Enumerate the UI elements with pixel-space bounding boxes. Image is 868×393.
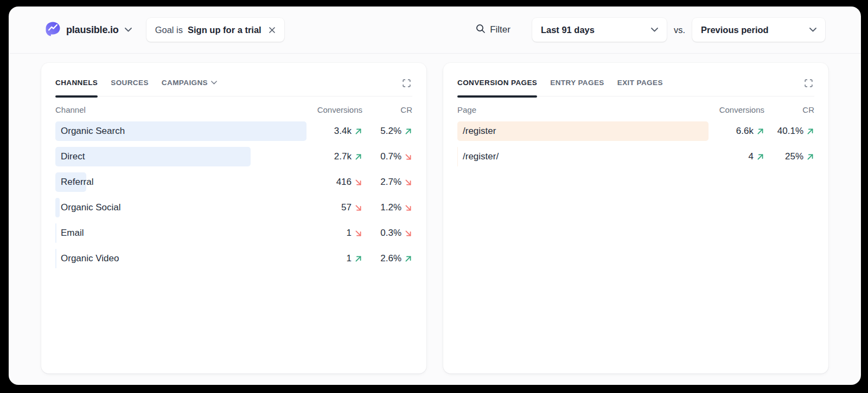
- close-icon[interactable]: [269, 27, 276, 34]
- cr-value: 5.2%: [380, 126, 401, 137]
- row-label: Referral: [55, 177, 298, 188]
- topbar-right: Filter Last 91 days vs. Previous period: [476, 18, 825, 42]
- tab-label: SOURCES: [111, 79, 149, 87]
- trend-arrow-icon: [354, 178, 362, 186]
- tab[interactable]: CHANNELS: [55, 79, 98, 96]
- table-row[interactable]: Direct 2.7k 0.7%: [55, 147, 412, 166]
- trend-arrow-icon: [404, 127, 412, 136]
- tab-label: CHANNELS: [55, 79, 98, 87]
- trend-arrow-icon: [404, 229, 412, 237]
- plausible-logo-icon: [46, 22, 60, 38]
- comparison-value: Previous period: [701, 25, 769, 35]
- table-row[interactable]: Referral 416 2.7%: [55, 172, 412, 192]
- row-cr: 1.2%: [362, 202, 412, 213]
- channels-column-headers: Channel Conversions CR: [55, 105, 412, 114]
- trend-arrow-icon: [404, 255, 412, 263]
- row-conversions: 2.7k: [298, 151, 362, 162]
- search-icon: [476, 24, 486, 36]
- table-row[interactable]: /register/ 4 25%: [457, 147, 814, 166]
- expand-icon[interactable]: [803, 78, 814, 91]
- table-row[interactable]: Organic Search 3.4k 5.2%: [55, 121, 412, 141]
- channels-tabs-bar: CHANNELS SOURCES CAMPAIGNS: [55, 63, 412, 96]
- tab[interactable]: EXIT PAGES: [617, 79, 663, 96]
- trend-arrow-icon: [404, 204, 412, 212]
- trend-arrow-icon: [806, 153, 814, 161]
- conversions-value: 57: [341, 202, 352, 213]
- column-header-name: Channel: [55, 105, 298, 114]
- chevron-down-icon: [211, 81, 217, 85]
- row-conversions: 6.6k: [700, 126, 764, 137]
- row-cr: 40.1%: [764, 126, 814, 137]
- row-label: Organic Search: [55, 126, 298, 137]
- tab[interactable]: CONVERSION PAGES: [457, 79, 537, 96]
- row-cr: 25%: [764, 151, 814, 162]
- trend-arrow-icon: [404, 153, 412, 161]
- pages-column-headers: Page Conversions CR: [457, 105, 814, 114]
- site-switcher[interactable]: plausible.io: [46, 22, 132, 38]
- channels-rows: Organic Search 3.4k 5.2%: [55, 121, 412, 268]
- tab-label: ENTRY PAGES: [550, 79, 604, 87]
- comparison-dropdown[interactable]: Previous period: [692, 18, 825, 42]
- pages-panel: CONVERSION PAGES ENTRY PAGES EXIT PAGES: [443, 63, 828, 373]
- goal-filter-prefix: Goal is: [155, 25, 183, 35]
- conversions-value: 1: [347, 228, 352, 239]
- conversions-value: 1: [347, 253, 352, 264]
- date-range-dropdown[interactable]: Last 91 days: [532, 18, 667, 42]
- trend-arrow-icon: [354, 204, 362, 212]
- row-label: Organic Video: [55, 253, 298, 264]
- table-row[interactable]: Organic Social 57 1.2%: [55, 198, 412, 217]
- trend-arrow-icon: [756, 153, 764, 161]
- tab[interactable]: SOURCES: [111, 79, 149, 96]
- column-header-name: Page: [457, 105, 700, 114]
- pages-tabs-bar: CONVERSION PAGES ENTRY PAGES EXIT PAGES: [457, 63, 814, 96]
- vs-label: vs.: [674, 25, 685, 35]
- row-cr: 2.7%: [362, 177, 412, 188]
- tab[interactable]: CAMPAIGNS: [162, 79, 217, 96]
- table-row[interactable]: /register 6.6k 40.1%: [457, 121, 814, 141]
- filter-label: Filter: [490, 24, 510, 35]
- trend-arrow-icon: [354, 153, 362, 161]
- cr-value: 0.7%: [380, 151, 401, 162]
- trend-arrow-icon: [806, 127, 814, 136]
- row-conversions: 416: [298, 177, 362, 188]
- row-label: /register: [457, 126, 700, 137]
- conversions-value: 2.7k: [334, 151, 352, 162]
- trend-arrow-icon: [354, 255, 362, 263]
- table-row[interactable]: Organic Video 1 2.6%: [55, 249, 412, 268]
- main-area: CHANNELS SOURCES CAMPAIGNS: [9, 54, 861, 373]
- tab[interactable]: ENTRY PAGES: [550, 79, 604, 96]
- row-label: Direct: [55, 151, 298, 162]
- pages-rows: /register 6.6k 40.1%: [457, 121, 814, 166]
- app-window: plausible.io Goal is Sign up for a trial…: [9, 7, 861, 385]
- column-header-cr: CR: [362, 105, 412, 114]
- row-conversions: 57: [298, 202, 362, 213]
- channels-tabs: CHANNELS SOURCES CAMPAIGNS: [55, 79, 401, 96]
- chevron-down-icon: [125, 28, 132, 32]
- column-header-cr: CR: [764, 105, 814, 114]
- expand-icon[interactable]: [401, 78, 412, 91]
- goal-filter-chip[interactable]: Goal is Sign up for a trial: [146, 18, 284, 42]
- site-name: plausible.io: [66, 24, 119, 36]
- channels-panel: CHANNELS SOURCES CAMPAIGNS: [41, 63, 426, 373]
- goal-filter-value: Sign up for a trial: [188, 25, 261, 35]
- conversions-value: 6.6k: [736, 126, 754, 137]
- cr-value: 25%: [785, 151, 803, 162]
- table-row[interactable]: Email 1 0.3%: [55, 223, 412, 243]
- tab-label: CONVERSION PAGES: [457, 79, 537, 87]
- conversions-value: 416: [336, 177, 352, 188]
- column-header-conversions: Conversions: [298, 105, 362, 114]
- row-label: Organic Social: [55, 202, 298, 213]
- row-conversions: 1: [298, 253, 362, 264]
- conversions-value: 4: [749, 151, 754, 162]
- cr-value: 2.6%: [380, 253, 401, 264]
- chevron-down-icon: [809, 28, 816, 32]
- tab-label: EXIT PAGES: [617, 79, 663, 87]
- conversions-value: 3.4k: [334, 126, 352, 137]
- filter-button[interactable]: Filter: [476, 24, 510, 36]
- trend-arrow-icon: [354, 229, 362, 237]
- chevron-down-icon: [651, 28, 658, 32]
- trend-arrow-icon: [404, 178, 412, 186]
- trend-arrow-icon: [756, 127, 764, 136]
- cr-value: 40.1%: [777, 126, 803, 137]
- pages-tabs: CONVERSION PAGES ENTRY PAGES EXIT PAGES: [457, 79, 803, 96]
